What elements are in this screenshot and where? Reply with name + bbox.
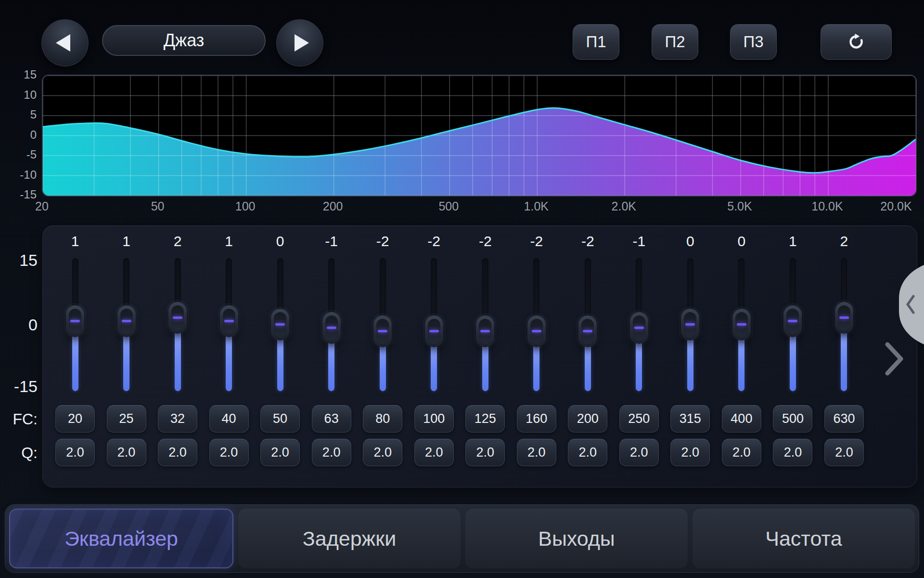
band-gain-value: 0 xyxy=(721,233,762,250)
band-slider-thumb[interactable] xyxy=(835,302,853,334)
band-q-button[interactable]: 2.0 xyxy=(722,439,761,466)
thumb-grip-icon xyxy=(122,320,131,322)
tab-delays[interactable]: Задержки xyxy=(238,509,461,568)
thumb-grip-icon xyxy=(532,330,541,332)
q-row-label: Q: xyxy=(4,444,38,462)
band-q-button[interactable]: 2.0 xyxy=(670,439,710,466)
band-fc-button[interactable]: 25 xyxy=(107,405,146,433)
band-slider-thumb[interactable] xyxy=(578,315,597,347)
memory-button-p3[interactable]: П3 xyxy=(730,24,777,60)
band-q-button[interactable]: 2.0 xyxy=(568,439,607,466)
band-slider-thumb[interactable] xyxy=(322,312,341,344)
preset-next-button[interactable] xyxy=(276,19,323,66)
band-q-button[interactable]: 2.0 xyxy=(414,439,454,466)
band-gain-value: 1 xyxy=(106,233,147,250)
tab-outputs[interactable]: Выходы xyxy=(465,509,688,568)
band-fc-button[interactable]: 315 xyxy=(670,405,710,433)
band-slider-thumb[interactable] xyxy=(630,312,648,344)
band-q-button[interactable]: 2.0 xyxy=(824,439,864,466)
memory-button-p2[interactable]: П2 xyxy=(652,24,698,60)
thumb-grip-icon xyxy=(224,320,234,322)
band-slider-thumb[interactable] xyxy=(117,305,136,337)
band-q-button[interactable]: 2.0 xyxy=(312,439,351,466)
tab-frequency[interactable]: Частота xyxy=(693,509,915,568)
band-slider-fill xyxy=(533,343,539,391)
band-q-button[interactable]: 2.0 xyxy=(517,439,556,466)
memory-button-p1[interactable]: П1 xyxy=(573,24,619,60)
thumb-grip-icon xyxy=(583,330,592,332)
band-slider-thumb[interactable] xyxy=(220,305,238,337)
fc-row-label: FC: xyxy=(4,410,38,428)
expand-panel-button[interactable] xyxy=(879,340,908,378)
band-q-button[interactable]: 2.0 xyxy=(260,439,300,466)
band-slider-fill xyxy=(175,329,181,391)
thumb-grip-icon xyxy=(839,316,849,319)
left-arrow-icon xyxy=(56,34,70,52)
band-gain-value: -1 xyxy=(619,233,659,250)
band-slider-fill xyxy=(431,343,437,391)
chevron-right-icon xyxy=(887,344,901,373)
band-slider-thumb[interactable] xyxy=(66,305,84,337)
graph-frequency-tick: 500 xyxy=(427,199,470,213)
band-slider-thumb[interactable] xyxy=(271,309,289,341)
memory-button-label: П3 xyxy=(743,33,763,51)
preset-selector[interactable]: Джаз xyxy=(102,25,266,56)
band-gain-value: 1 xyxy=(55,233,95,250)
thumb-grip-icon xyxy=(480,330,490,332)
band-slider-fill xyxy=(380,343,386,391)
band-q-button[interactable]: 2.0 xyxy=(465,439,505,466)
band-slider-thumb[interactable] xyxy=(476,315,494,347)
band-q-button[interactable]: 2.0 xyxy=(619,439,659,466)
band-fc-button[interactable]: 32 xyxy=(158,405,197,433)
memory-button-label: П1 xyxy=(586,33,606,51)
thumb-grip-icon xyxy=(70,320,80,322)
graph-db-tick: -5 xyxy=(7,148,37,161)
graph-frequency-tick: 2.0K xyxy=(602,199,645,213)
tab-equalizer[interactable]: Эквалайзер xyxy=(9,509,233,568)
band-fc-button[interactable]: 50 xyxy=(260,405,300,433)
band-slider-thumb[interactable] xyxy=(425,315,443,347)
band-slider-thumb[interactable] xyxy=(527,315,546,347)
band-slider-fill xyxy=(482,343,488,391)
thumb-grip-icon xyxy=(685,323,695,326)
band-fc-button[interactable]: 100 xyxy=(414,405,454,433)
graph-db-tick: 10 xyxy=(7,88,37,102)
band-slider-thumb[interactable] xyxy=(168,302,187,334)
thumb-grip-icon xyxy=(327,327,336,329)
band-slider-thumb[interactable] xyxy=(783,305,802,337)
band-slider-thumb[interactable] xyxy=(732,309,751,341)
band-fc-button[interactable]: 250 xyxy=(619,405,659,433)
band-q-button[interactable]: 2.0 xyxy=(158,439,197,466)
band-slider-fill xyxy=(738,336,744,391)
reset-button[interactable] xyxy=(821,24,892,60)
band-fc-button[interactable]: 63 xyxy=(312,405,351,433)
band-q-button[interactable]: 2.0 xyxy=(55,439,95,466)
band-fc-button[interactable]: 400 xyxy=(722,405,761,433)
band-gain-value: -2 xyxy=(567,233,608,250)
band-slider-thumb[interactable] xyxy=(373,315,392,347)
band-fc-button[interactable]: 80 xyxy=(363,405,402,433)
side-drawer-handle[interactable] xyxy=(895,263,924,347)
band-q-button[interactable]: 2.0 xyxy=(363,439,402,466)
band-fc-button[interactable]: 200 xyxy=(568,405,607,433)
preset-prev-button[interactable] xyxy=(41,19,89,66)
graph-frequency-tick: 1.0K xyxy=(514,199,558,213)
band-q-button[interactable]: 2.0 xyxy=(209,439,249,466)
thumb-grip-icon xyxy=(634,327,644,329)
preset-name: Джаз xyxy=(164,30,205,51)
band-slider-fill xyxy=(277,336,283,391)
graph-frequency-tick: 100 xyxy=(224,199,267,213)
equalizer-screen: Джаз П1 П2 П3 151050-5-10-15 20501002005… xyxy=(0,0,924,578)
band-gain-value: 2 xyxy=(157,233,198,250)
thumb-grip-icon xyxy=(737,323,746,326)
graph-frequency-tick: 5.0K xyxy=(718,199,761,213)
band-fc-button[interactable]: 500 xyxy=(773,405,812,433)
band-slider-thumb[interactable] xyxy=(681,309,699,341)
band-fc-button[interactable]: 125 xyxy=(465,405,505,433)
band-fc-button[interactable]: 20 xyxy=(55,405,95,433)
band-q-button[interactable]: 2.0 xyxy=(773,439,812,466)
band-fc-button[interactable]: 160 xyxy=(517,405,556,433)
band-fc-button[interactable]: 40 xyxy=(209,405,249,433)
band-fc-button[interactable]: 630 xyxy=(824,405,864,433)
band-q-button[interactable]: 2.0 xyxy=(107,439,146,466)
